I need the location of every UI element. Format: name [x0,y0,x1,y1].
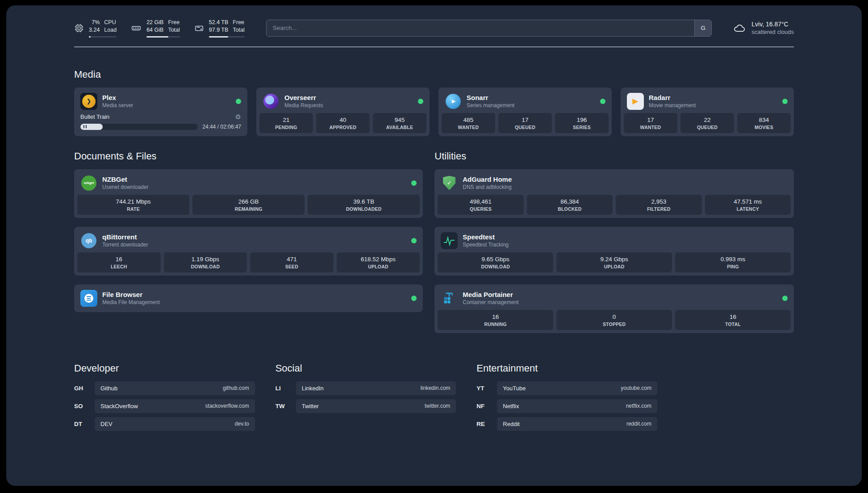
app-description: Media File Management [102,299,160,305]
bookmark-link-dev[interactable]: DEV dev.to [95,417,255,431]
bookmark-link-stackoverflow[interactable]: StackOverflow stackoverflow.com [95,399,255,413]
disk-free-label: Free [233,19,244,26]
app-name: Plex [102,94,133,101]
bookmark-abbr: SO [74,403,95,409]
bookmark-row: LI LinkedIn linkedin.com [275,381,456,395]
bookmark-abbr: GH [74,385,95,392]
app-name: Radarr [649,94,696,101]
status-dot [418,99,423,104]
bookmark-group-entertainment: Entertainment YT YouTube youtube.com NF … [476,363,657,435]
stat-box: 0.993 msPING [675,252,791,272]
stat-box: 17WANTED [624,113,677,133]
stat-box: 47.571 msLATENCY [705,195,791,215]
app-card-sonarr: ▶ Sonarr Series management 485WANTED 17Q… [438,88,612,136]
dashboard-frame: 7% 3.24 CPU Load [6,5,862,486]
bookmark-row: TW Twitter twitter.com [275,399,456,413]
adguard-app-link[interactable]: ✓ AdGuard Home DNS and adblocking [438,172,791,195]
qbittorrent-app-link[interactable]: qb qBittorrent Torrent downloader [77,230,420,252]
stat-box: 744.21 MbpsRATE [77,195,189,215]
ram-total-label: Total [168,26,179,34]
bookmark-group-title: Social [275,363,456,374]
stat-box: 16LEECH [77,252,161,272]
bookmarks: Developer GH Github github.com SO StackO… [74,363,657,453]
portainer-icon [441,290,458,307]
stat-box: 39.6 TBDOWNLOADED [308,195,420,215]
stat-box: 266 GBREMAINING [192,195,305,215]
bookmark-row: SO StackOverflow stackoverflow.com [74,399,255,413]
status-dot [411,296,417,301]
bookmark-row: GH Github github.com [74,381,255,395]
app-description: Series management [467,102,514,109]
status-dot [411,238,417,243]
status-dot [411,180,417,186]
app-card-nzbget: nzbget NZBGet Usenet downloader 744.21 M… [74,169,423,218]
app-name: NZBGet [102,175,148,183]
weather-widget[interactable]: Lviv, 16.87°C scattered clouds [732,21,794,35]
stat-box: 498,461QUERIES [438,195,523,215]
bookmark-abbr: YT [476,385,497,392]
now-playing-title: Bullet Train [80,113,109,120]
app-card-qbittorrent: qb qBittorrent Torrent downloader 16LEEC… [74,227,423,276]
bookmark-link-reddit[interactable]: Reddit reddit.com [497,417,657,431]
app-name: qBittorrent [102,233,148,241]
cpu-metric: 7% 3.24 CPU Load [74,19,117,38]
section-title-utilities: Utilities [434,150,794,162]
cpu-load-label: Load [104,26,117,34]
radarr-icon: ▶ [627,93,644,110]
ram-total-value: 64 GiB [146,26,163,34]
nzbget-icon: nzbget [80,175,97,192]
sonarr-app-link[interactable]: ▶ Sonarr Series management [442,91,609,113]
app-name: Speedtest [463,233,509,241]
disk-free-value: 52.4 TB [209,19,229,26]
bookmark-link-twitter[interactable]: Twitter twitter.com [296,399,456,413]
filebrowser-icon [80,290,97,307]
app-name: Sonarr [467,94,514,101]
plex-now-playing: Bullet Train ⚙ 24:44 / 02:06:47 [77,113,244,132]
stat-box: 1.19 GbpsDOWNLOAD [164,252,247,272]
topbar: 7% 3.24 CPU Load [74,19,794,38]
disk-icon [194,23,204,33]
plex-app-link[interactable]: ❯ Plex Media server [77,91,244,113]
app-description: Movie management [649,102,696,109]
bookmark-row: YT YouTube youtube.com [476,381,657,395]
bookmark-group-title: Entertainment [476,363,657,374]
app-card-adguard: ✓ AdGuard Home DNS and adblocking 498,46… [434,169,794,218]
search-input[interactable] [266,20,712,37]
search-engine-button[interactable]: G [694,20,711,36]
disk-total-label: Total [233,26,244,34]
bookmark-link-youtube[interactable]: YouTube youtube.com [497,381,657,395]
ram-free-value: 22 GiB [146,19,163,26]
playback-progress-bar[interactable] [80,124,198,130]
bookmark-link-github[interactable]: Github github.com [95,381,255,395]
pause-icon [83,125,84,128]
bookmark-link-netflix[interactable]: Netflix netflix.com [497,399,657,413]
stat-box: 86,384BLOCKED [527,195,613,215]
bookmark-abbr: RE [476,421,497,427]
playback-time: 24:44 / 02:06:47 [202,124,241,130]
nzbget-app-link[interactable]: nzbget NZBGet Usenet downloader [77,172,420,195]
stat-box: 22QUEUED [680,113,734,133]
bookmark-link-linkedin[interactable]: LinkedIn linkedin.com [296,381,456,395]
bookmark-group-developer: Developer GH Github github.com SO StackO… [74,363,255,435]
cpu-icon [74,23,84,33]
app-card-filebrowser: File Browser Media File Management [74,284,423,312]
stat-box: 16TOTAL [675,310,791,330]
bookmark-abbr: LI [275,385,296,392]
portainer-app-link[interactable]: Media Portainer Container management [438,288,791,310]
stat-box: 834MOVIES [737,113,791,133]
gear-icon[interactable]: ⚙ [235,113,241,121]
speedtest-app-link[interactable]: Speedtest Speedtest Tracking [438,230,791,252]
overseerr-app-link[interactable]: Overseerr Media Requests [259,91,426,113]
disk-total-value: 97.9 TB [209,26,229,34]
filebrowser-app-link[interactable]: File Browser Media File Management [77,288,420,309]
ram-usage-bar [146,36,180,38]
app-card-radarr: ▶ Radarr Movie management 17WANTED 22QUE… [621,88,794,136]
sonarr-icon: ▶ [445,93,462,110]
weather-location: Lviv, 16.87°C [751,21,794,28]
cpu-usage-bar [89,36,117,38]
app-description: Media server [102,102,133,109]
app-card-speedtest: Speedtest Speedtest Tracking 9.65 GbpsDO… [434,227,794,276]
section-utilities: Utilities ✓ AdGuard Home DNS and adblock… [434,136,794,333]
status-dot [782,296,788,301]
radarr-app-link[interactable]: ▶ Radarr Movie management [624,91,791,113]
